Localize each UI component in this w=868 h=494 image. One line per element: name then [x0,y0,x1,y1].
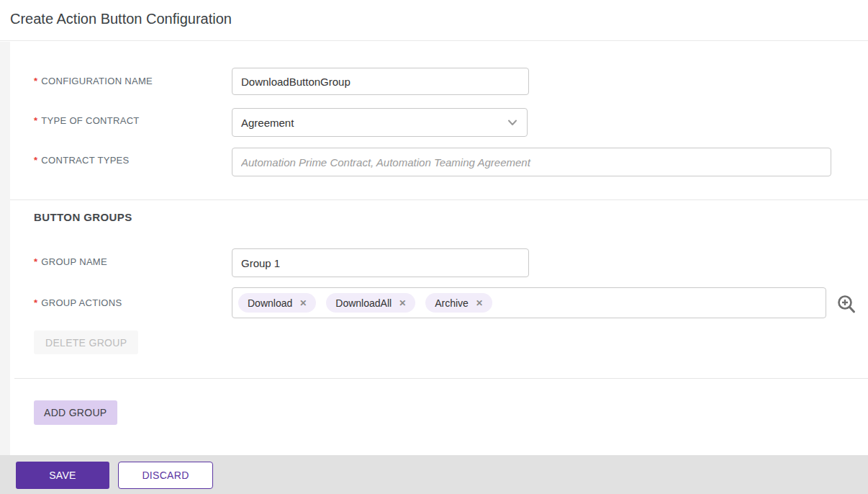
tag-remove-icon[interactable]: ✕ [299,299,307,307]
group-actions-label-text: GROUP ACTIONS [41,297,122,308]
type-of-contract-selected-value: Agreement [241,117,294,129]
discard-button[interactable]: DISCARD [118,462,213,489]
required-asterisk: * [34,115,37,126]
chevron-down-icon [507,117,518,128]
group-action-tag: Download✕ [238,293,316,313]
configuration-name-label: *CONFIGURATION NAME [34,76,153,86]
required-asterisk: * [34,155,37,166]
contract-types-label: *CONTRACT TYPES [34,155,130,166]
group-name-input[interactable] [232,248,529,277]
save-button[interactable]: SAVE [16,462,109,489]
add-group-button[interactable]: ADD GROUP [34,400,117,425]
required-asterisk: * [34,76,37,86]
page-title: Create Action Button Configuration [10,11,232,27]
section-divider [10,199,868,200]
group-divider [14,378,868,379]
contract-types-label-text: CONTRACT TYPES [41,155,129,166]
type-of-contract-label: *TYPE OF CONTRACT [34,115,140,126]
tag-remove-icon[interactable]: ✕ [476,299,483,307]
create-action-button-configuration-page: Create Action Button Configuration *CONF… [0,0,868,494]
group-name-label-text: GROUP NAME [41,256,107,267]
page-header: Create Action Button Configuration [0,0,868,41]
button-groups-section-title: BUTTON GROUPS [34,211,132,223]
type-of-contract-label-text: TYPE OF CONTRACT [41,115,139,126]
group-actions-label: *GROUP ACTIONS [34,297,122,308]
group-name-label: *GROUP NAME [34,256,107,267]
required-asterisk: * [34,297,37,308]
group-actions-multiselect[interactable]: Download✕DownloadAll✕Archive✕ [232,287,826,318]
tag-remove-icon[interactable]: ✕ [399,299,406,307]
group-action-tag: Archive✕ [425,293,492,313]
configuration-name-label-text: CONFIGURATION NAME [41,76,153,86]
group-action-tag-label: Download [248,297,292,309]
left-gutter [0,42,10,455]
group-action-tag: DownloadAll✕ [326,293,415,313]
zoom-in-icon[interactable] [836,294,857,315]
required-asterisk: * [34,256,37,267]
group-action-tag-label: DownloadAll [335,297,392,309]
type-of-contract-select[interactable]: Agreement [232,108,528,137]
configuration-name-input[interactable] [232,68,529,95]
delete-group-button[interactable]: DELETE GROUP [34,331,138,354]
group-action-tag-label: Archive [435,297,469,309]
contract-types-input[interactable] [232,148,831,176]
